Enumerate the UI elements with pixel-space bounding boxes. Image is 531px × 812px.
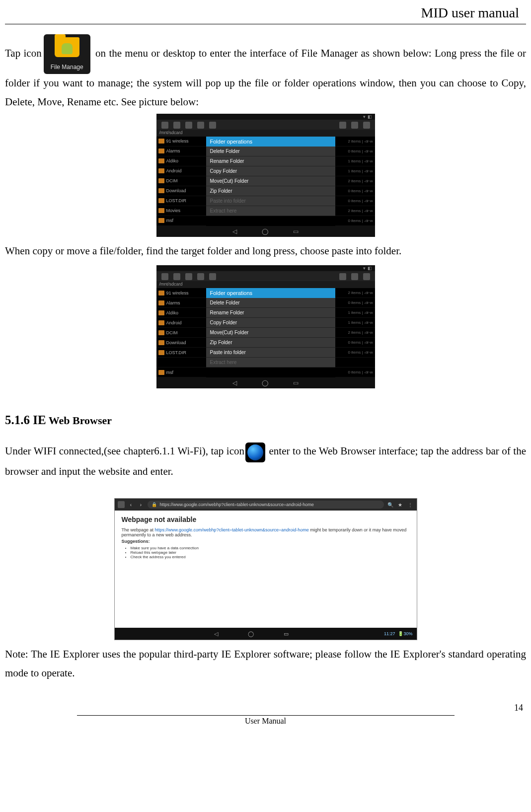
toolbar-forward-icon[interactable] [209, 273, 216, 280]
folder-row[interactable]: msf [156, 368, 206, 377]
page-number: 14 [5, 703, 526, 713]
folder-icon [158, 300, 164, 305]
nav-home-icon[interactable]: ◯ [262, 379, 268, 386]
folder-row[interactable]: LOST.DIR [156, 196, 206, 206]
toolbar-home-icon[interactable] [161, 122, 168, 129]
toolbar-search-icon[interactable] [339, 273, 346, 280]
folder-meta-column: 2 items | -dr·w 0 items | -dr·w 1 items … [335, 288, 375, 377]
folder-row[interactable]: Android [156, 318, 206, 328]
popup-item-copy[interactable]: Copy Folder [206, 166, 335, 176]
document-page: MID user manual Tap icon File Manage on … [0, 0, 531, 740]
folder-list: 91 wireless Alarms Aldiko Android DCIM D… [156, 288, 206, 377]
android-nav-bar: ◁ ◯ ▭ [156, 226, 375, 237]
popup-item-paste: Paste into folder [206, 196, 335, 206]
footer-label: User Manual [5, 717, 526, 726]
nav-back-icon[interactable]: ◁ [232, 379, 237, 386]
folder-row[interactable]: Aldiko [156, 156, 206, 166]
folder-meta: 0 items | -dr·w [335, 147, 375, 156]
url-input[interactable]: 🔒 https://www.google.com/webhp?client=ta… [148, 501, 384, 509]
folder-icon [158, 320, 164, 325]
bookmark-icon[interactable]: ★ [397, 501, 404, 508]
section-heading: 5.1.6 IE Web Browser [5, 413, 526, 427]
folder-name: Aldiko [166, 310, 179, 315]
popup-item-move[interactable]: Move(Cut) Folder [206, 176, 335, 186]
folder-name: msf [166, 370, 174, 375]
folder-row[interactable] [156, 358, 206, 368]
nav-home-icon[interactable]: ◯ [262, 228, 268, 235]
nav-recent-icon[interactable]: ▭ [284, 631, 289, 637]
toolbar-search-icon[interactable] [339, 122, 346, 129]
folder-row[interactable]: Aldiko [156, 308, 206, 318]
folder-icon [158, 340, 164, 345]
toolbar-forward-icon[interactable] [209, 122, 216, 129]
popup-item-delete[interactable]: Delete Folder [206, 298, 335, 308]
folder-meta: 2 items | -dr·w [335, 206, 375, 216]
page-footer: 14 User Manual [5, 703, 526, 726]
toolbar-up-icon[interactable] [173, 122, 180, 129]
folder-name: 91 wireless [166, 139, 189, 144]
file-manager-toolbar [156, 120, 375, 130]
nav-recent-icon[interactable]: ▭ [293, 379, 299, 386]
suggestion-item: Make sure you have a data connection [131, 546, 410, 550]
lock-icon: 🔒 [152, 502, 157, 507]
folder-row[interactable]: Movies [156, 206, 206, 216]
folder-row[interactable]: Alarms [156, 298, 206, 308]
toolbar-view-icon[interactable] [351, 273, 358, 280]
folder-icon [158, 218, 164, 223]
toolbar-up-icon[interactable] [173, 273, 180, 280]
nav-home-icon[interactable]: ◯ [248, 631, 254, 637]
nav-back-icon[interactable]: ◁ [214, 631, 218, 637]
toolbar-menu-icon[interactable] [363, 122, 370, 129]
folder-row[interactable]: Alarms [156, 147, 206, 156]
toolbar-view-icon[interactable] [351, 122, 358, 129]
folder-row[interactable]: 91 wireless [156, 288, 206, 298]
folder-icon [158, 198, 164, 203]
folder-row[interactable]: Download [156, 338, 206, 348]
popup-item-paste[interactable]: Paste into folder [206, 348, 335, 358]
popup-item-delete[interactable]: Delete Folder [206, 147, 335, 156]
popup-item-move[interactable]: Move(Cut) Folder [206, 328, 335, 338]
folder-row[interactable]: DCIM [156, 328, 206, 338]
toolbar-home-icon[interactable] [161, 273, 168, 280]
folder-row[interactable]: Android [156, 166, 206, 176]
toolbar-multi-icon[interactable] [185, 273, 192, 280]
nav-back-icon[interactable]: ◁ [232, 228, 237, 235]
folder-icon [158, 188, 164, 193]
search-icon[interactable]: 🔍 [387, 501, 394, 508]
toolbar-multi-icon[interactable] [185, 122, 192, 129]
folder-icon [158, 158, 164, 163]
folder-name: LOST.DIR [166, 350, 187, 355]
toolbar-menu-icon[interactable] [363, 273, 370, 280]
error-url-link[interactable]: https://www.google.com/webhp?client=tabl… [155, 527, 309, 532]
nav-back-icon[interactable]: ‹ [128, 501, 135, 508]
nav-forward-icon[interactable]: › [138, 501, 145, 508]
folder-name: DCIM [166, 178, 178, 183]
path-bar: /mnt/sdcard [156, 130, 375, 137]
suggestion-item: Check the address you entered [131, 555, 410, 559]
popup-item-extract: Extract here [206, 206, 335, 216]
popup-item-copy[interactable]: Copy Folder [206, 318, 335, 328]
intro-paragraph: Tap icon File Manage on the menu or desk… [5, 34, 526, 112]
folder-row[interactable]: 91 wireless [156, 137, 206, 147]
folder-meta: 0 items | -dr·w [335, 196, 375, 206]
folder-row[interactable]: msf [156, 216, 206, 226]
folder-icon [158, 350, 164, 355]
popup-item-zip[interactable]: Zip Folder [206, 186, 335, 196]
folder-row[interactable]: DCIM [156, 176, 206, 186]
popup-item-zip[interactable]: Zip Folder [206, 338, 335, 348]
nav-recent-icon[interactable]: ▭ [293, 228, 299, 235]
folder-meta: 1 items | -dr·w [335, 156, 375, 166]
popup-item-rename[interactable]: Rename Folder [206, 308, 335, 318]
toolbar-back-icon[interactable] [197, 273, 204, 280]
toolbar-back-icon[interactable] [197, 122, 204, 129]
browser-para-pre: Under WIFI connected,(see chapter6.1.1 W… [5, 445, 244, 457]
header-title: MID user manual [5, 5, 526, 21]
folder-row[interactable]: LOST.DIR [156, 348, 206, 358]
folder-row[interactable]: Download [156, 186, 206, 196]
folder-name: Android [166, 168, 182, 173]
popup-item-rename[interactable]: Rename Folder [206, 156, 335, 166]
folder-icon [158, 370, 164, 375]
folder-meta: 2 items | -dr·w [335, 288, 375, 298]
tab-thumbnail-icon[interactable] [118, 501, 125, 508]
menu-icon[interactable]: ⋮ [407, 501, 414, 508]
